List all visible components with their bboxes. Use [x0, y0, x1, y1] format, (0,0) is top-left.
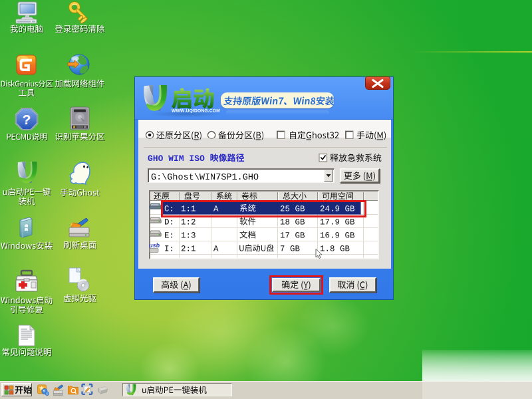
svg-text:?: ?	[23, 112, 31, 127]
svg-text:usb: usb	[149, 242, 160, 249]
